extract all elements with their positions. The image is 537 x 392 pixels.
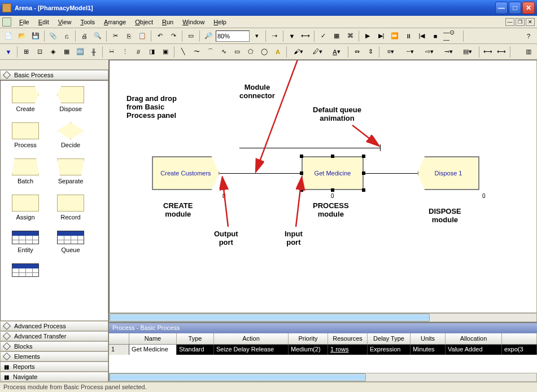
menu-run[interactable]: Run bbox=[158, 17, 178, 27]
batch-run-button[interactable]: ▦ bbox=[330, 30, 343, 42]
zoom-dropdown[interactable]: ▾ bbox=[251, 30, 263, 42]
polygon-button[interactable]: ⬠ bbox=[245, 46, 257, 58]
grid-snap-button[interactable]: # bbox=[132, 46, 145, 58]
panel-elements[interactable]: Elements bbox=[0, 351, 108, 362]
grid-scrollbar-h[interactable] bbox=[109, 373, 537, 382]
ellipse-button[interactable]: ◯ bbox=[258, 46, 270, 58]
distribute-button[interactable]: ⋮ bbox=[119, 46, 131, 58]
menu-file[interactable]: File bbox=[15, 17, 34, 27]
shape-style-button[interactable]: ▤▾ bbox=[459, 46, 477, 58]
canvas-scrollbar-h[interactable] bbox=[109, 313, 537, 322]
copy-button[interactable]: ⎘ bbox=[123, 30, 135, 42]
align-button[interactable]: ∺ bbox=[105, 46, 117, 58]
detach-button[interactable]: ⎌ bbox=[60, 30, 73, 42]
help-button[interactable]: ? bbox=[522, 30, 535, 42]
menu-help[interactable]: Help bbox=[209, 17, 231, 27]
menu-view[interactable]: View bbox=[54, 17, 76, 27]
close-button[interactable]: ✕ bbox=[522, 2, 535, 14]
minimize-button[interactable]: — bbox=[495, 2, 508, 14]
paste-button[interactable]: 📋 bbox=[136, 30, 149, 42]
module-batch[interactable]: Batch bbox=[8, 158, 42, 184]
line-color-button[interactable]: 🖊▾ bbox=[308, 46, 326, 58]
maximize-button[interactable]: □ bbox=[509, 2, 521, 14]
mdi-close-button[interactable]: ✕ bbox=[526, 18, 535, 26]
zoom-input[interactable] bbox=[216, 30, 250, 42]
region-button[interactable]: ▭ bbox=[185, 30, 197, 42]
play-button[interactable]: ▶ bbox=[361, 30, 374, 42]
connector-button[interactable]: ⟷ bbox=[299, 30, 312, 42]
snap-button[interactable]: ⊞ bbox=[20, 46, 32, 58]
menu-object[interactable]: Object bbox=[130, 17, 158, 27]
width-button[interactable]: ⟷ bbox=[482, 46, 494, 58]
arrow-style-button[interactable]: ⇨▾ bbox=[420, 46, 438, 58]
module-entity[interactable]: Entity bbox=[8, 231, 42, 253]
menu-edit[interactable]: Edit bbox=[34, 17, 54, 27]
flip-v-button[interactable]: ⇕ bbox=[364, 46, 377, 58]
panel-blocks[interactable]: Blocks bbox=[0, 341, 108, 351]
polyline-button[interactable]: 〜 bbox=[190, 46, 203, 58]
step-button[interactable]: ▶| bbox=[375, 30, 387, 42]
ruler-button[interactable]: 🔤 bbox=[74, 46, 86, 58]
cut-button[interactable]: ✂ bbox=[109, 30, 121, 42]
diagram-module-process[interactable]: Get Medicine bbox=[302, 156, 364, 190]
pause-button[interactable]: ⏸ bbox=[402, 30, 414, 42]
arc-button[interactable]: ⌒ bbox=[204, 46, 216, 58]
height-button[interactable]: ⟷ bbox=[495, 46, 508, 58]
canvas[interactable]: Drag and drop from Basic Process panel M… bbox=[109, 60, 537, 313]
rewind-button[interactable]: |◀ bbox=[416, 30, 428, 42]
grid-row-1[interactable]: 1 Get Medicine Standard Seize Delay Rele… bbox=[109, 345, 537, 355]
module-queue[interactable]: Queue bbox=[54, 231, 88, 253]
module-record[interactable]: Record bbox=[54, 195, 88, 221]
mdi-restore-button[interactable]: ❐ bbox=[516, 18, 525, 26]
line-style-button[interactable]: ┄▾ bbox=[401, 46, 419, 58]
submodel-button[interactable]: ▼ bbox=[286, 30, 298, 42]
pointer-button[interactable]: ▼ bbox=[2, 46, 15, 58]
panel-advanced-transfer[interactable]: Advanced Transfer bbox=[0, 331, 108, 341]
rectangle-button[interactable]: ▭ bbox=[231, 46, 243, 58]
command-button[interactable]: ⌘ bbox=[344, 30, 356, 42]
module-process[interactable]: Process bbox=[8, 122, 42, 148]
bezier-button[interactable]: ∿ bbox=[217, 46, 230, 58]
connector-1[interactable] bbox=[220, 173, 302, 174]
line-weight-button[interactable]: ≡▾ bbox=[382, 46, 400, 58]
text-color-button[interactable]: A▾ bbox=[328, 46, 346, 58]
text-button[interactable]: A bbox=[272, 46, 284, 58]
module-separate[interactable]: Separate bbox=[54, 158, 88, 184]
mdi-minimize-button[interactable]: — bbox=[505, 18, 514, 26]
module-decide[interactable]: Decide bbox=[54, 122, 88, 148]
panel-navigate[interactable]: ▮▮Navigate bbox=[0, 372, 108, 382]
zoom-button[interactable]: 🔎 bbox=[202, 30, 215, 42]
glue-button[interactable]: ◈ bbox=[47, 46, 59, 58]
module-assign[interactable]: Assign bbox=[8, 195, 42, 221]
new-button[interactable]: 📄 bbox=[2, 30, 15, 42]
snap-object-button[interactable]: ⊡ bbox=[33, 46, 46, 58]
module-dispose[interactable]: Dispose bbox=[54, 86, 88, 112]
preview-button[interactable]: 🔍 bbox=[91, 30, 104, 42]
redo-button[interactable]: ↷ bbox=[167, 30, 180, 42]
group-button[interactable]: ▣ bbox=[159, 46, 172, 58]
save-button[interactable]: 💾 bbox=[29, 30, 42, 42]
diagram-module-create[interactable]: Create Customers bbox=[152, 156, 220, 190]
speed-slider[interactable]: —⊙— bbox=[443, 30, 461, 42]
line-button[interactable]: ╲ bbox=[177, 46, 189, 58]
line-end-button[interactable]: ⊸▾ bbox=[439, 46, 457, 58]
menu-window[interactable]: Window bbox=[178, 17, 209, 27]
fast-forward-button[interactable]: ⏩ bbox=[388, 30, 401, 42]
layers-button[interactable]: ◨ bbox=[146, 46, 158, 58]
grid-button[interactable]: ▦ bbox=[60, 46, 73, 58]
check-button[interactable]: ✓ bbox=[317, 30, 329, 42]
panel-advanced-process[interactable]: Advanced Process bbox=[0, 321, 108, 331]
module-create[interactable]: Create bbox=[8, 86, 42, 112]
stop-button[interactable]: ■ bbox=[429, 30, 442, 42]
attach-button[interactable]: 📎 bbox=[47, 30, 59, 42]
undo-button[interactable]: ↶ bbox=[154, 30, 166, 42]
print-button[interactable]: 🖨 bbox=[78, 30, 90, 42]
menu-arrange[interactable]: Arrange bbox=[99, 17, 130, 27]
guides-button[interactable]: ╫ bbox=[88, 46, 100, 58]
diagram-module-dispose[interactable]: Dispose 1 bbox=[417, 156, 479, 190]
module-extra[interactable] bbox=[8, 263, 42, 279]
animate-button[interactable]: ▥ bbox=[522, 46, 535, 58]
connector-2[interactable] bbox=[364, 173, 417, 174]
connect-button[interactable]: ⇢ bbox=[268, 30, 281, 42]
fill-color-button[interactable]: 🖌▾ bbox=[289, 46, 307, 58]
